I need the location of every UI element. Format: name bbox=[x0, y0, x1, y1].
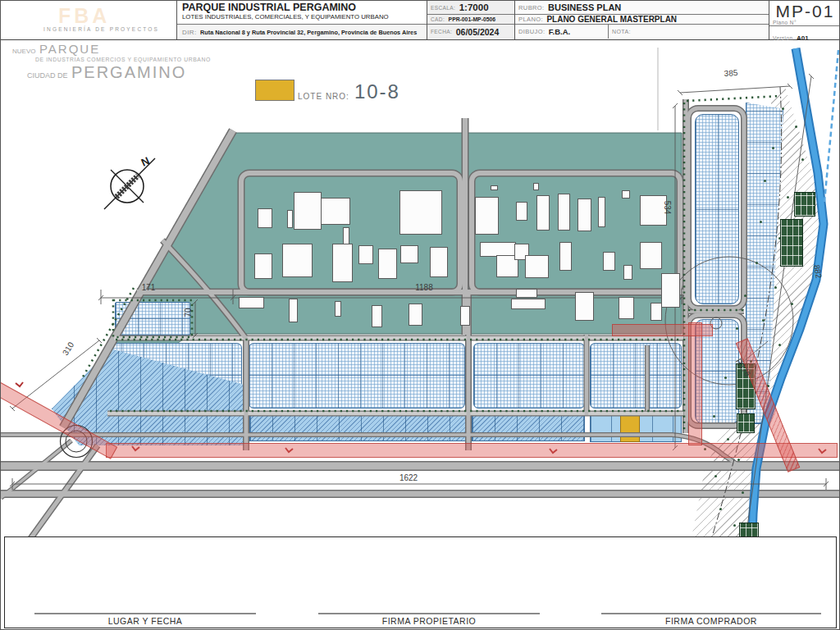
dir-label: DIR: bbox=[182, 29, 197, 36]
building-footprint bbox=[619, 297, 634, 319]
building-footprint bbox=[258, 208, 272, 228]
lot-block-right bbox=[695, 114, 739, 304]
dimension-label: 1622 bbox=[399, 473, 418, 482]
building-footprint bbox=[400, 245, 418, 263]
building-footprint bbox=[603, 252, 615, 271]
lot-block bbox=[473, 343, 585, 409]
project-subtitle: LOTES INDUSTRIALES, COMERCIALES, Y EQUIP… bbox=[182, 13, 422, 21]
tree-icon bbox=[778, 344, 781, 346]
building-footprint bbox=[332, 244, 353, 282]
rubro-label: RUBRO: bbox=[518, 4, 545, 11]
escala-label: ESCALA: bbox=[431, 5, 455, 11]
building-footprint bbox=[409, 304, 422, 326]
legend: LOTE NRO: 10-8 bbox=[255, 80, 400, 101]
plano-label: PLANO: bbox=[518, 16, 543, 23]
tree-icon bbox=[764, 180, 766, 182]
green-building-footprint bbox=[794, 192, 815, 217]
building-footprint bbox=[640, 242, 662, 269]
dimension-label: 534 bbox=[663, 201, 672, 215]
building-footprint bbox=[525, 255, 549, 278]
heading-line2: DE INDUSTRIAS COMERCIOS Y EQUIPAMIENTO U… bbox=[35, 57, 211, 62]
lot-block bbox=[590, 343, 682, 409]
signature-line bbox=[318, 613, 540, 614]
dimension-label: 385 bbox=[724, 68, 737, 78]
legend-lot-number: 10-8 bbox=[354, 83, 400, 101]
scale-cell: ESCALA: 1:7000 CAD: PPR-001-MP-0506 FECH… bbox=[427, 1, 515, 39]
lot-block bbox=[249, 343, 465, 409]
project-title: PARQUE INDUSTRIAL PERGAMINO bbox=[182, 2, 422, 13]
tree-icon bbox=[733, 524, 736, 527]
tree-icon bbox=[787, 196, 789, 199]
plan-sheet: FBA INGENIERÍA DE PROYECTOS PARQUE INDUS… bbox=[0, 0, 840, 630]
building-footprint bbox=[321, 198, 350, 225]
building-footprint bbox=[598, 197, 605, 227]
building-footprint bbox=[282, 244, 313, 277]
tree-icon bbox=[737, 459, 740, 461]
rubro-value: BUSINESS PLAN bbox=[548, 2, 621, 12]
fecha-value: 06/05/2024 bbox=[456, 27, 500, 37]
building-footprint bbox=[358, 245, 373, 264]
building-footprint bbox=[287, 210, 293, 228]
building-footprint bbox=[430, 247, 448, 277]
signature-label-comprador: FIRMA COMPRADOR bbox=[601, 616, 821, 626]
dir-value: Ruta Nacional 8 y Ruta Provincial 32, Pe… bbox=[200, 29, 417, 36]
building-footprint bbox=[623, 265, 632, 280]
tree-icon bbox=[713, 415, 715, 418]
lot-row bbox=[249, 413, 467, 441]
building-footprint bbox=[335, 301, 341, 317]
logo-watermark: FBA bbox=[58, 4, 110, 28]
building-footprint bbox=[511, 299, 546, 309]
signature-box: LUGAR Y FECHA FIRMA PROPIETARIO FIRMA CO… bbox=[4, 536, 837, 628]
legend-label: LOTE NRO: bbox=[298, 92, 349, 101]
signature-label-lugar: LUGAR Y FECHA bbox=[34, 616, 256, 626]
building-footprint bbox=[460, 306, 470, 326]
building-footprint bbox=[622, 190, 630, 199]
tree-icon bbox=[795, 126, 797, 128]
building-footprint bbox=[378, 249, 397, 279]
building-footprint bbox=[294, 192, 322, 230]
masterplan-map: 3855348821711188703101622R176 N bbox=[1, 1, 840, 630]
building-footprint bbox=[239, 297, 264, 308]
building-footprint bbox=[533, 183, 539, 190]
building-footprint bbox=[399, 190, 442, 235]
dimension-label: 70 bbox=[184, 308, 193, 317]
tree-icon bbox=[774, 286, 777, 289]
plano-value: PLANO GENERAL MASTERPLAN bbox=[546, 15, 677, 24]
tree-icon bbox=[744, 294, 746, 297]
signature-line bbox=[34, 613, 256, 614]
building-footprint bbox=[475, 197, 499, 235]
heading-ciudad: CIUDAD DE bbox=[27, 71, 68, 80]
building-footprint bbox=[516, 202, 527, 221]
building-footprint bbox=[558, 194, 570, 231]
plan-info-cell: RUBRO: BUSINESS PLAN PLANO: PLANO GENERA… bbox=[515, 1, 769, 39]
dimension-label: 882 bbox=[812, 264, 824, 279]
north-label: N bbox=[139, 154, 152, 169]
building-footprint bbox=[289, 299, 298, 322]
title-block: FBA INGENIERÍA DE PROYECTOS PARQUE INDUS… bbox=[1, 1, 840, 40]
dimension-label: 1188 bbox=[415, 283, 433, 292]
building-footprint bbox=[491, 185, 498, 190]
plan-heading: NUEVO PARQUE DE INDUSTRIAS COMERCIOS Y E… bbox=[12, 42, 211, 82]
heading-parque: PARQUE bbox=[39, 42, 100, 56]
logo-tagline: INGENIERÍA DE PROYECTOS bbox=[43, 26, 159, 32]
red-road-overlay bbox=[106, 443, 838, 458]
building-footprint bbox=[536, 195, 550, 231]
cad-label: CAD: bbox=[431, 16, 445, 22]
heading-nuevo: NUEVO bbox=[12, 48, 35, 55]
red-road-overlay bbox=[688, 322, 702, 445]
building-footprint bbox=[651, 303, 662, 321]
green-building-footprint bbox=[780, 219, 803, 267]
logo-cell: FBA INGENIERÍA DE PROYECTOS bbox=[1, 1, 177, 39]
fecha-label: FECHA: bbox=[431, 29, 452, 34]
dimension-label: 310 bbox=[61, 340, 75, 357]
tree-icon bbox=[719, 508, 722, 510]
sheet-number-cell: MP-01 Plano N° Version A01 bbox=[769, 1, 840, 39]
sheet-number-label: Plano N° bbox=[773, 20, 797, 25]
building-footprint bbox=[661, 273, 680, 308]
building-footprint bbox=[516, 289, 537, 298]
small-lot-block bbox=[115, 302, 190, 336]
dimension-label: 171 bbox=[142, 283, 156, 292]
heading-pergamino: PERGAMINO bbox=[71, 63, 186, 81]
tree-icon bbox=[760, 221, 762, 223]
highlighted-lot-10-8 bbox=[620, 411, 640, 442]
